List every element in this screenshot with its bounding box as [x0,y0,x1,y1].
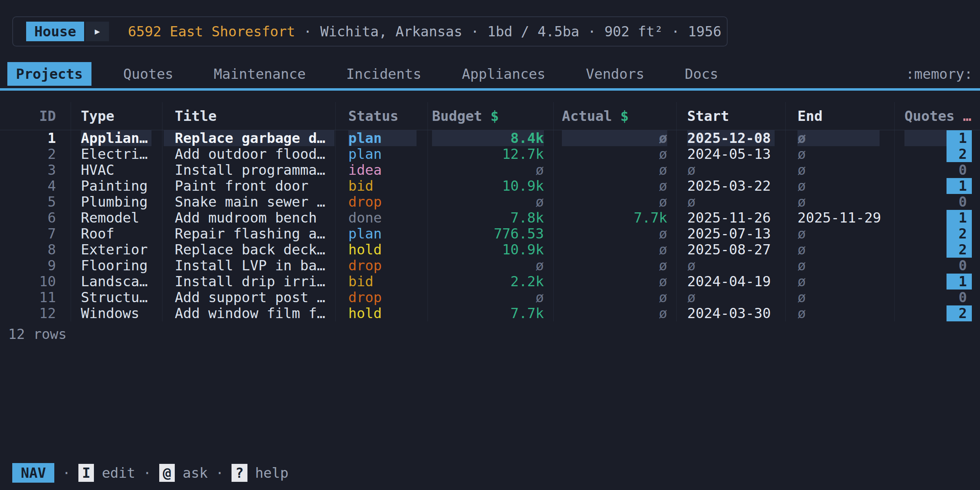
cell-actual[interactable]: ø [554,162,677,178]
cell-quotes[interactable]: 0 [895,194,980,210]
cell-start[interactable]: ø [677,290,786,305]
cell-quotes[interactable]: 2 [895,305,980,321]
cell-type[interactable]: Landsca… [71,274,163,290]
cell-id[interactable]: 1 [0,130,71,146]
cell-title[interactable]: Install programma… [163,162,336,178]
cell-id[interactable]: 3 [0,162,71,178]
cell-actual[interactable]: ø [554,226,677,242]
table-row[interactable]: 10Landsca…Install drip irri…bid2.2kø2024… [0,274,980,290]
table-row[interactable]: 7RoofRepair flashing a…plan776.53ø2025-0… [0,226,980,242]
column-header-status[interactable]: Status [336,102,428,130]
cell-actual[interactable]: 7.7k [554,210,677,226]
cell-type[interactable]: Flooring [71,258,163,274]
cell-type[interactable]: Structu… [71,290,163,305]
cell-title[interactable]: Repair flashing a… [163,226,336,242]
table-row[interactable]: 11Structu…Add support post …dropøøøø0 [0,290,980,305]
cell-status[interactable]: hold [336,305,428,321]
cell-id[interactable]: 10 [0,274,71,290]
cell-type[interactable]: Exterior [71,242,163,258]
cell-id[interactable]: 4 [0,178,71,194]
cell-end[interactable]: ø [786,194,895,210]
table-row[interactable]: 8ExteriorReplace back deck…hold10.9kø202… [0,242,980,258]
cell-end[interactable]: 2025-11-29 [786,210,895,226]
cell-status[interactable]: plan [336,226,428,242]
column-header-id[interactable]: ID [0,102,71,130]
cell-start[interactable]: 2025-12-08 [677,130,786,146]
tab-docs[interactable]: Docs [676,62,727,86]
cell-type[interactable]: Applian… [71,130,163,146]
cell-status[interactable]: bid [336,178,428,194]
column-header-end[interactable]: End [786,102,895,130]
cell-budget[interactable]: 10.9k [428,178,554,194]
cell-status[interactable]: hold [336,242,428,258]
cell-type[interactable]: Painting [71,178,163,194]
expand-property-button[interactable]: ▶ [85,22,109,41]
cell-budget[interactable]: 2.2k [428,274,554,290]
cell-budget[interactable]: 7.7k [428,305,554,321]
cell-title[interactable]: Install LVP in ba… [163,258,336,274]
cell-id[interactable]: 6 [0,210,71,226]
cell-type[interactable]: Electri… [71,146,163,162]
tab-vendors[interactable]: Vendors [577,62,653,86]
tab-incidents[interactable]: Incidents [338,62,430,86]
cell-title[interactable]: Snake main sewer … [163,194,336,210]
cell-start[interactable]: 2025-03-22 [677,178,786,194]
table-row[interactable]: 6RemodelAdd mudroom benchdone7.8k7.7k202… [0,210,980,226]
cell-title[interactable]: Add outdoor flood… [163,146,336,162]
column-header-actual[interactable]: Actual $ [554,102,677,130]
cell-quotes[interactable]: 1 [895,210,980,226]
cell-budget[interactable]: 10.9k [428,242,554,258]
cell-quotes[interactable]: 1 [895,130,980,146]
tab-quotes[interactable]: Quotes [115,62,182,86]
cell-start[interactable]: ø [677,194,786,210]
cell-id[interactable]: 8 [0,242,71,258]
column-header-quotes[interactable]: Quotes … [895,102,980,130]
cell-quotes[interactable]: 2 [895,146,980,162]
table-row[interactable]: 1Applian…Replace garbage d…plan8.4kø2025… [0,130,980,146]
cell-start[interactable]: 2024-05-13 [677,146,786,162]
cell-title[interactable]: Add support post … [163,290,336,305]
cell-end[interactable]: ø [786,274,895,290]
cell-id[interactable]: 12 [0,305,71,321]
cell-quotes[interactable]: 1 [895,274,980,290]
cell-end[interactable]: ø [786,290,895,305]
cell-end[interactable]: ø [786,305,895,321]
cell-type[interactable]: Roof [71,226,163,242]
cell-end[interactable]: ø [786,162,895,178]
cell-title[interactable]: Replace garbage d… [163,130,336,146]
cell-quotes[interactable]: 0 [895,258,980,274]
cell-actual[interactable]: ø [554,305,677,321]
cell-id[interactable]: 5 [0,194,71,210]
cell-title[interactable]: Add window film f… [163,305,336,321]
table-row[interactable]: 3HVACInstall programma…ideaøøøø0 [0,162,980,178]
cell-end[interactable]: ø [786,258,895,274]
cell-title[interactable]: Replace back deck… [163,242,336,258]
cell-budget[interactable]: ø [428,162,554,178]
cell-title[interactable]: Install drip irri… [163,274,336,290]
cell-start[interactable]: 2024-04-19 [677,274,786,290]
cell-quotes[interactable]: 0 [895,162,980,178]
cell-budget[interactable]: 12.7k [428,146,554,162]
cell-status[interactable]: drop [336,194,428,210]
table-row[interactable]: 12WindowsAdd window film f…hold7.7kø2024… [0,305,980,321]
cell-budget[interactable]: 8.4k [428,130,554,146]
cell-end[interactable]: ø [786,146,895,162]
cell-end[interactable]: ø [786,178,895,194]
column-header-type[interactable]: Type [71,102,163,130]
cell-status[interactable]: done [336,210,428,226]
cell-id[interactable]: 2 [0,146,71,162]
cell-type[interactable]: HVAC [71,162,163,178]
cell-title[interactable]: Paint front door [163,178,336,194]
column-header-title[interactable]: Title [163,102,336,130]
cell-actual[interactable]: ø [554,258,677,274]
cell-end[interactable]: ø [786,226,895,242]
cell-start[interactable]: ø [677,162,786,178]
cell-budget[interactable]: ø [428,290,554,305]
tab-appliances[interactable]: Appliances [453,62,554,86]
cell-status[interactable]: plan [336,146,428,162]
table-row[interactable]: 5PlumbingSnake main sewer …dropøøøø0 [0,194,980,210]
cell-actual[interactable]: ø [554,274,677,290]
table-row[interactable]: 9FlooringInstall LVP in ba…dropøøøø0 [0,258,980,274]
tab-maintenance[interactable]: Maintenance [205,62,314,86]
cell-start[interactable]: ø [677,258,786,274]
